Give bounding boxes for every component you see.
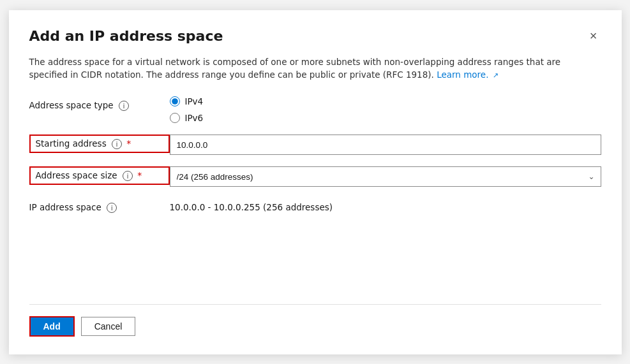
ipv6-radio-label[interactable]: IPv6 bbox=[170, 113, 601, 123]
starting-address-row: Starting address i * bbox=[29, 135, 601, 155]
starting-address-label: Starting address bbox=[36, 138, 107, 149]
ipv6-label: IPv6 bbox=[185, 113, 204, 123]
ip-address-space-label-col: IP address space i bbox=[29, 198, 170, 213]
external-link-icon: ↗ bbox=[493, 71, 499, 80]
dialog-description: The address space for a virtual network … bbox=[29, 55, 601, 82]
address-space-size-select-wrapper: /24 (256 addresses) /25 (128 addresses) … bbox=[170, 166, 601, 187]
close-button[interactable]: × bbox=[586, 28, 601, 43]
form-section: Address space type i IPv4 IPv6 bbox=[29, 96, 601, 288]
address-type-radio-group: IPv4 IPv6 bbox=[170, 96, 601, 123]
starting-address-label-col: Starting address i * bbox=[29, 135, 170, 153]
address-space-size-required: * bbox=[137, 170, 142, 180]
ipv4-label: IPv4 bbox=[185, 96, 204, 106]
ip-address-space-info-icon[interactable]: i bbox=[107, 203, 117, 213]
dialog-title: Add an IP address space bbox=[29, 28, 223, 44]
address-space-type-label: Address space type bbox=[29, 100, 114, 110]
address-space-size-label-col: Address space size i * bbox=[29, 166, 170, 185]
cancel-button[interactable]: Cancel bbox=[81, 317, 136, 336]
address-space-size-row: Address space size i * /24 (256 addresse… bbox=[29, 166, 601, 187]
ipv6-radio[interactable] bbox=[170, 113, 180, 123]
address-space-size-control: /24 (256 addresses) /25 (128 addresses) … bbox=[170, 166, 601, 187]
address-space-type-row: Address space type i IPv4 IPv6 bbox=[29, 96, 601, 123]
starting-address-info-icon[interactable]: i bbox=[112, 139, 122, 149]
address-space-size-label: Address space size bbox=[36, 170, 117, 180]
ip-address-space-value: 10.0.0.0 - 10.0.0.255 (256 addresses) bbox=[170, 198, 601, 212]
address-space-size-info-icon[interactable]: i bbox=[123, 171, 133, 181]
address-space-size-select[interactable]: /24 (256 addresses) /25 (128 addresses) … bbox=[170, 166, 601, 187]
dialog-footer: Add Cancel bbox=[29, 304, 601, 337]
ip-address-space-row: IP address space i 10.0.0.0 - 10.0.0.255… bbox=[29, 198, 601, 213]
starting-address-control bbox=[170, 135, 601, 155]
address-space-type-control: IPv4 IPv6 bbox=[170, 96, 601, 123]
add-button[interactable]: Add bbox=[29, 316, 75, 337]
ip-address-space-control: 10.0.0.0 - 10.0.0.255 (256 addresses) bbox=[170, 198, 601, 212]
dialog-header: Add an IP address space × bbox=[29, 28, 601, 44]
add-ip-address-space-dialog: Add an IP address space × The address sp… bbox=[9, 10, 622, 354]
learn-more-link[interactable]: Learn more. bbox=[437, 69, 488, 80]
ipv4-radio-label[interactable]: IPv4 bbox=[170, 96, 601, 106]
ip-address-space-label: IP address space bbox=[29, 202, 101, 212]
starting-address-input[interactable] bbox=[170, 135, 601, 155]
address-space-type-info-icon[interactable]: i bbox=[119, 101, 129, 111]
starting-address-required: * bbox=[126, 138, 131, 149]
ipv4-radio[interactable] bbox=[170, 96, 180, 106]
address-space-type-label-col: Address space type i bbox=[29, 96, 170, 111]
